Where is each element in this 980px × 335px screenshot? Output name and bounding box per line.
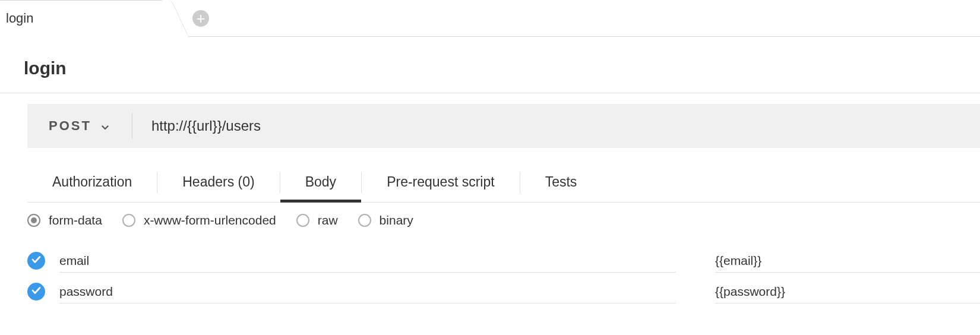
param-value[interactable]: {{password}} [715, 280, 980, 304]
tab-label: Headers (0) [182, 174, 254, 189]
chevron-down-icon [100, 121, 110, 131]
radio-icon [122, 214, 135, 227]
radio-icon [358, 214, 371, 227]
radio-icon [296, 214, 309, 227]
tab-authorization[interactable]: Authorization [27, 162, 157, 202]
radio-label: x-www-form-urlencoded [144, 213, 276, 227]
tab-label: Body [305, 174, 336, 189]
tab-login[interactable]: login [0, 0, 166, 37]
tab-label: Tests [545, 174, 577, 189]
tab-bar: login + [0, 0, 980, 37]
param-key[interactable]: password [59, 280, 676, 304]
radio-icon [27, 214, 40, 227]
param-enabled-check[interactable] [27, 283, 45, 301]
param-key-text: email [59, 254, 89, 268]
check-icon [31, 285, 42, 299]
request-title: login [0, 37, 980, 93]
request-url-bar: POST [27, 104, 980, 148]
check-icon [31, 254, 42, 268]
tab-body[interactable]: Body [280, 162, 361, 202]
plus-icon: + [196, 11, 205, 26]
request-subtabs: Authorization Headers (0) Body Pre-reque… [27, 162, 980, 203]
radio-form-data[interactable]: form-data [27, 213, 102, 227]
method-dropdown[interactable]: POST [49, 118, 110, 134]
param-key[interactable]: email [59, 249, 676, 273]
radio-label: binary [380, 213, 413, 227]
tab-label: Authorization [52, 174, 132, 189]
param-value[interactable]: {{email}} [715, 249, 980, 273]
url-input[interactable] [151, 118, 959, 134]
method-label: POST [49, 118, 91, 134]
divider [132, 113, 132, 139]
divider [0, 93, 980, 93]
param-value-text: {{email}} [715, 254, 761, 268]
add-tab-button[interactable]: + [192, 10, 209, 27]
radio-label: raw [318, 213, 338, 227]
radio-urlencoded[interactable]: x-www-form-urlencoded [122, 213, 276, 227]
param-key-text: password [59, 285, 113, 299]
param-row: password {{password}} [27, 276, 980, 307]
param-row: email {{email}} [27, 245, 980, 276]
param-value-text: {{password}} [715, 285, 785, 299]
tab-headers[interactable]: Headers (0) [157, 162, 279, 202]
radio-binary[interactable]: binary [358, 213, 413, 227]
tab-prerequest[interactable]: Pre-request script [362, 162, 520, 202]
radio-raw[interactable]: raw [296, 213, 338, 227]
tab-tests[interactable]: Tests [520, 162, 602, 202]
radio-label: form-data [49, 213, 102, 227]
tab-label: Pre-request script [387, 174, 495, 189]
body-type-selector: form-data x-www-form-urlencoded raw bina… [27, 213, 980, 227]
tab-label: login [6, 11, 33, 26]
param-enabled-check[interactable] [27, 252, 45, 270]
form-data-params: email {{email}} password {{password}} [27, 245, 980, 307]
